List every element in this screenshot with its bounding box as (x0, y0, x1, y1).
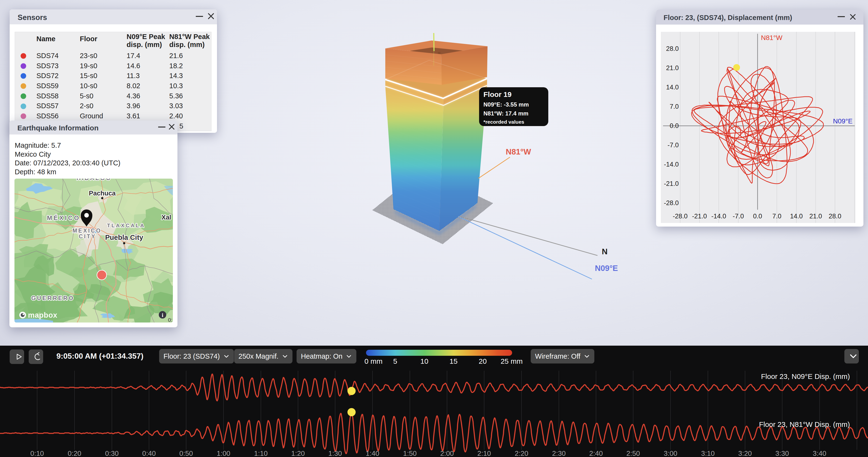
svg-text:CITY: CITY (79, 233, 96, 239)
svg-text:7.0: 7.0 (772, 213, 781, 220)
svg-text:-14.0: -14.0 (711, 213, 726, 220)
svg-text:0:: 0: (168, 317, 173, 323)
svg-text:14.0: 14.0 (790, 213, 803, 220)
svg-text:N81°W: N81°W (761, 34, 783, 41)
svg-text:3:40: 3:40 (813, 450, 826, 457)
svg-text:0:40: 0:40 (142, 450, 156, 457)
svg-text:3:00: 3:00 (664, 450, 677, 457)
svg-text:i: i (162, 312, 163, 318)
svg-text:0.0: 0.0 (753, 213, 762, 220)
svg-text:2:20: 2:20 (515, 450, 528, 457)
svg-text:2:30: 2:30 (552, 450, 566, 457)
svg-text:mapbox: mapbox (28, 311, 57, 319)
svg-text:2:00: 2:00 (440, 450, 454, 457)
svg-text:-28.0: -28.0 (664, 199, 679, 206)
svg-text:-21.0: -21.0 (692, 213, 707, 220)
svg-text:-28.0: -28.0 (673, 213, 688, 220)
svg-text:2:10: 2:10 (477, 450, 491, 457)
svg-text:2:50: 2:50 (626, 450, 640, 457)
svg-text:-14.0: -14.0 (664, 161, 679, 168)
svg-text:Puebla City: Puebla City (105, 234, 143, 241)
svg-text:28.0: 28.0 (666, 45, 679, 52)
svg-text:0:50: 0:50 (179, 450, 193, 457)
svg-text:HIDALGO: HIDALGO (76, 178, 112, 181)
svg-text:1:00: 1:00 (217, 450, 230, 457)
svg-text:21.0: 21.0 (666, 64, 679, 72)
svg-text:3:10: 3:10 (701, 450, 715, 457)
svg-text:7.0: 7.0 (670, 103, 679, 110)
svg-text:-21.0: -21.0 (664, 180, 679, 187)
svg-text:14.0: 14.0 (666, 84, 679, 91)
svg-text:0:20: 0:20 (68, 450, 81, 457)
svg-text:0:10: 0:10 (30, 450, 44, 457)
svg-text:3:30: 3:30 (775, 450, 789, 457)
svg-text:2:40: 2:40 (589, 450, 603, 457)
svg-text:0:30: 0:30 (105, 450, 119, 457)
svg-text:-7.0: -7.0 (733, 213, 744, 220)
svg-text:28.0: 28.0 (829, 213, 841, 220)
svg-text:1:40: 1:40 (366, 450, 379, 457)
svg-text:N09°E: N09°E (833, 118, 852, 125)
svg-text:TLAXCALA: TLAXCALA (107, 223, 145, 228)
svg-text:Pachuca: Pachuca (89, 190, 116, 197)
svg-text:1:10: 1:10 (254, 450, 268, 457)
svg-text:1:20: 1:20 (291, 450, 305, 457)
svg-text:GUERRERO: GUERRERO (31, 295, 74, 301)
svg-text:1:50: 1:50 (403, 450, 416, 457)
svg-text:-7.0: -7.0 (668, 141, 679, 149)
svg-text:1:30: 1:30 (329, 450, 342, 457)
svg-text:Xal: Xal (161, 214, 171, 221)
svg-text:0.0: 0.0 (670, 122, 679, 129)
svg-text:MÉXICO: MÉXICO (47, 214, 81, 222)
svg-text:MEXICO: MEXICO (72, 228, 102, 234)
svg-text:3:20: 3:20 (738, 450, 752, 457)
svg-text:21.0: 21.0 (809, 213, 822, 220)
